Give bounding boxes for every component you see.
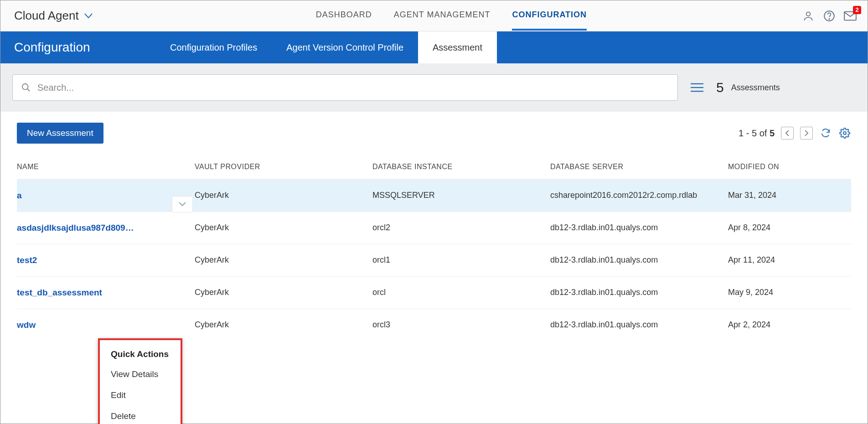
cell-name[interactable]: asdasjdlksajdlusa987d809…: [17, 223, 195, 233]
toolbar-right: 1 - 5 of 5: [739, 127, 851, 140]
new-assessment-button[interactable]: New Assessment: [17, 123, 103, 144]
top-nav: DASHBOARD AGENT MANAGEMENT CONFIGURATION: [316, 1, 587, 31]
search-input[interactable]: [37, 83, 669, 93]
cell-instance: orcl1: [372, 255, 550, 265]
cell-server: db12-3.rdlab.in01.qualys.com: [550, 288, 728, 297]
cell-name[interactable]: test_db_assessment: [17, 288, 195, 298]
quick-actions-title: Quick Actions: [100, 343, 181, 364]
col-vault-provider[interactable]: VAULT PROVIDER: [195, 163, 372, 171]
page-range: 1 - 5 of 5: [739, 128, 775, 139]
list-view-icon[interactable]: [691, 81, 703, 94]
settings-icon[interactable]: [838, 127, 851, 140]
cell-modified: May 9, 2024: [728, 288, 851, 297]
cell-server: csharepoint2016.com2012r2.comp.rdlab: [550, 191, 728, 200]
cell-name[interactable]: a: [17, 191, 195, 201]
help-icon[interactable]: [823, 10, 836, 22]
cell-provider: CyberArk: [195, 288, 372, 297]
tab-configuration-profiles[interactable]: Configuration Profiles: [155, 31, 272, 63]
nav-dashboard[interactable]: DASHBOARD: [316, 1, 372, 31]
cell-provider: CyberArk: [195, 320, 372, 330]
next-page-button[interactable]: [800, 127, 813, 140]
content: New Assessment 1 - 5 of 5 NAME VAULT PRO…: [0, 112, 868, 341]
col-db-instance[interactable]: DATABASE INSTANCE: [372, 163, 550, 171]
svg-point-0: [806, 12, 811, 16]
cell-name[interactable]: wdw: [17, 320, 195, 330]
messages-badge: 2: [853, 6, 861, 14]
table-row[interactable]: test2 CyberArk orcl1 db12-3.rdlab.in01.q…: [17, 244, 851, 277]
subheader: Configuration Configuration Profiles Age…: [0, 31, 868, 63]
cell-provider: CyberArk: [195, 223, 372, 233]
refresh-icon[interactable]: [819, 127, 832, 140]
table-row[interactable]: a CyberArk MSSQLSERVER csharepoint2016.c…: [17, 180, 851, 212]
search-icon: [21, 83, 31, 93]
messages-icon[interactable]: 2: [844, 10, 857, 22]
col-modified[interactable]: MODIFIED ON: [728, 163, 851, 171]
app-header: Cloud Agent DASHBOARD AGENT MANAGEMENT C…: [0, 0, 868, 31]
assessments-table: NAME VAULT PROVIDER DATABASE INSTANCE DA…: [17, 158, 851, 341]
tab-agent-version-control[interactable]: Agent Version Control Profile: [272, 31, 418, 63]
page-title: Configuration: [0, 31, 155, 63]
assessment-count: 5 Assessments: [716, 80, 780, 95]
svg-point-4: [22, 84, 28, 90]
table-row[interactable]: asdasjdlksajdlusa987d809… CyberArk orcl2…: [17, 212, 851, 244]
cell-modified: Apr 2, 2024: [728, 320, 851, 330]
app-title[interactable]: Cloud Agent: [14, 9, 93, 23]
quick-action-edit[interactable]: Edit: [100, 385, 181, 406]
quick-action-delete[interactable]: Delete: [100, 406, 181, 424]
toolbar: New Assessment 1 - 5 of 5: [17, 123, 851, 144]
cell-instance: orcl2: [372, 223, 550, 233]
prev-page-button[interactable]: [781, 127, 794, 140]
table-row[interactable]: wdw CyberArk orcl3 db12-3.rdlab.in01.qua…: [17, 309, 851, 341]
header-right: 2: [802, 10, 857, 22]
search-row: 5 Assessments: [0, 63, 868, 112]
cell-modified: Mar 31, 2024: [728, 191, 851, 200]
search-wrap: [12, 74, 678, 101]
cell-provider: CyberArk: [195, 255, 372, 265]
nav-configuration[interactable]: CONFIGURATION: [512, 1, 587, 31]
row-actions-dropdown[interactable]: [172, 196, 193, 212]
cell-server: db12-3.rdlab.in01.qualys.com: [550, 255, 728, 265]
cell-instance: MSSQLSERVER: [372, 191, 550, 200]
cell-instance: orcl: [372, 288, 550, 297]
svg-point-2: [829, 18, 830, 19]
quick-action-view-details[interactable]: View Details: [100, 364, 181, 385]
app-title-text: Cloud Agent: [14, 9, 79, 23]
cell-server: db12-3.rdlab.in01.qualys.com: [550, 320, 728, 330]
cell-modified: Apr 8, 2024: [728, 223, 851, 233]
table-header: NAME VAULT PROVIDER DATABASE INSTANCE DA…: [17, 158, 851, 180]
count-label: Assessments: [731, 83, 780, 93]
count-number: 5: [716, 80, 724, 95]
cell-server: db12-3.rdlab.in01.qualys.com: [550, 223, 728, 233]
col-db-server[interactable]: DATABASE SERVER: [550, 163, 728, 171]
svg-point-8: [843, 132, 846, 134]
cell-name[interactable]: test2: [17, 255, 195, 265]
nav-agent-management[interactable]: AGENT MANAGEMENT: [394, 1, 491, 31]
chevron-down-icon: [84, 13, 93, 19]
tab-assessment[interactable]: Assessment: [418, 31, 497, 63]
cell-instance: orcl3: [372, 320, 550, 330]
table-row[interactable]: test_db_assessment CyberArk orcl db12-3.…: [17, 277, 851, 309]
quick-actions-menu: Quick Actions View Details Edit Delete: [98, 338, 182, 424]
cell-provider: CyberArk: [195, 191, 372, 200]
user-icon[interactable]: [802, 10, 815, 22]
cell-modified: Apr 11, 2024: [728, 255, 851, 265]
col-name[interactable]: NAME: [17, 163, 195, 171]
